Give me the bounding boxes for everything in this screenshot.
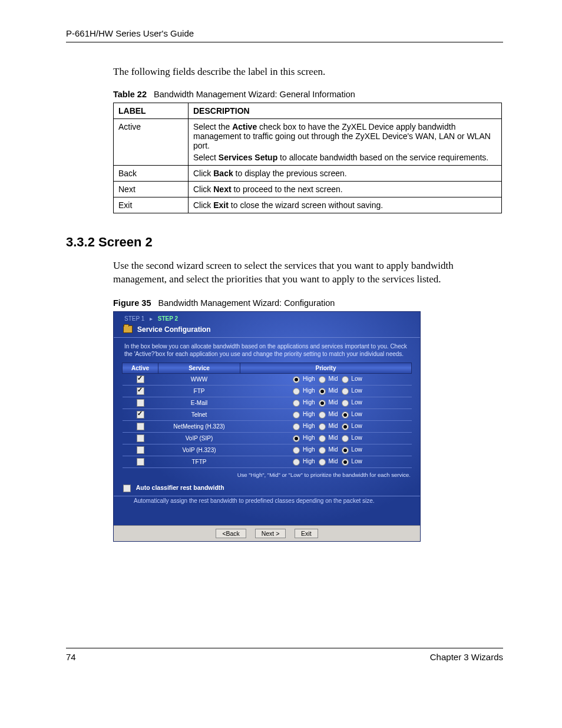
th-description: DESCRIPTION	[189, 103, 502, 119]
cell-priority: High Mid Low	[240, 432, 412, 444]
cell-service: WWW	[158, 373, 240, 385]
cell-service: Telnet	[158, 409, 240, 420]
priority-radio-mid[interactable]	[319, 400, 326, 407]
auto-classifier-desc: Automatically assign the rest bandwidth …	[114, 496, 420, 525]
cell-label: Exit	[114, 197, 189, 213]
active-checkbox[interactable]	[137, 387, 144, 395]
chapter-label: Chapter 3 Wizards	[430, 652, 503, 662]
cell-label: Active	[114, 119, 189, 166]
cell-description: Click Back to display the previous scree…	[189, 166, 502, 182]
priority-label-low: Low	[350, 387, 362, 394]
priority-label-high: High	[301, 423, 315, 429]
priority-radio-high[interactable]	[293, 447, 300, 454]
priority-radio-high[interactable]	[293, 423, 300, 430]
priority-radio-low[interactable]	[342, 447, 349, 454]
priority-label-mid: Mid	[327, 434, 338, 441]
service-row: VoIP (H.323) High Mid Low	[123, 444, 412, 456]
priority-radio-high[interactable]	[293, 376, 300, 383]
page-number: 74	[66, 652, 76, 662]
cell-description: Click Next to proceed to the next screen…	[189, 182, 502, 197]
priority-label-high: High	[301, 399, 315, 406]
active-checkbox[interactable]	[137, 423, 144, 430]
service-row: FTP High Mid Low	[123, 385, 412, 397]
cell-priority: High Mid Low	[240, 444, 412, 456]
cell-service: VoIP (SIP)	[158, 432, 240, 444]
cell-active	[123, 409, 158, 420]
section-paragraph: Use the second wizard screen to select t…	[113, 259, 503, 286]
priority-label-mid: Mid	[327, 423, 338, 429]
th-label: LABEL	[114, 103, 189, 119]
service-row: TFTP High Mid Low	[123, 456, 412, 467]
cell-priority: High Mid Low	[240, 373, 412, 385]
table-row: ActiveSelect the Active check box to hav…	[114, 119, 502, 166]
service-table: Active Service Priority WWW High Mid Low…	[122, 363, 412, 468]
wizard-screenshot: STEP 1 ▸ STEP 2 Service Configuration In…	[113, 311, 421, 542]
wizard-title-bar: Service Configuration	[114, 323, 420, 338]
priority-radio-mid[interactable]	[319, 435, 326, 442]
priority-radio-mid[interactable]	[319, 411, 326, 419]
step-2-tab: STEP 2	[158, 315, 178, 322]
priority-radio-mid[interactable]	[319, 388, 326, 395]
auto-classifier-checkbox[interactable]	[123, 485, 131, 492]
priority-label-low: Low	[350, 423, 362, 429]
chevron-right-icon: ▸	[150, 315, 153, 322]
active-checkbox[interactable]	[137, 399, 144, 407]
priority-label-mid: Mid	[327, 399, 338, 406]
priority-label-high: High	[301, 411, 315, 417]
active-checkbox[interactable]	[137, 458, 144, 466]
cell-active	[123, 444, 158, 456]
priority-label-mid: Mid	[327, 375, 338, 382]
priority-label-high: High	[301, 387, 315, 394]
cell-service: E-Mail	[158, 397, 240, 409]
next-button[interactable]: Next >	[255, 529, 286, 538]
wizard-button-bar: <Back Next > Exit	[114, 525, 420, 541]
priority-radio-high[interactable]	[293, 388, 300, 395]
active-checkbox[interactable]	[137, 434, 144, 442]
priority-radio-low[interactable]	[342, 459, 349, 466]
priority-radio-low[interactable]	[342, 388, 349, 395]
priority-radio-high[interactable]	[293, 459, 300, 466]
active-checkbox[interactable]	[137, 411, 144, 419]
priority-label-high: High	[301, 434, 315, 441]
exit-button[interactable]: Exit	[295, 529, 318, 538]
priority-label-mid: Mid	[327, 446, 338, 453]
cell-active	[123, 420, 158, 432]
th-priority: Priority	[240, 363, 412, 373]
cell-description: Click Exit to close the wizard screen wi…	[189, 197, 502, 213]
priority-radio-low[interactable]	[342, 423, 349, 430]
priority-radio-high[interactable]	[293, 400, 300, 407]
wizard-title: Service Configuration	[137, 325, 211, 334]
cell-service: TFTP	[158, 456, 240, 467]
priority-radio-high[interactable]	[293, 435, 300, 442]
active-checkbox[interactable]	[137, 446, 144, 454]
table-caption-bold: Table 22	[113, 90, 147, 99]
service-row: WWW High Mid Low	[123, 373, 412, 385]
priority-radio-high[interactable]	[293, 411, 300, 419]
priority-label-mid: Mid	[327, 411, 338, 417]
priority-radio-low[interactable]	[342, 400, 349, 407]
priority-radio-mid[interactable]	[319, 376, 326, 383]
auto-classifier-label: Auto classifier rest bandwidth	[136, 484, 224, 491]
priority-radio-mid[interactable]	[319, 447, 326, 454]
th-service: Service	[158, 363, 240, 373]
back-button[interactable]: <Back	[216, 529, 246, 538]
page-footer: 74 Chapter 3 Wizards	[66, 648, 503, 662]
priority-radio-low[interactable]	[342, 411, 349, 419]
priority-radio-mid[interactable]	[319, 423, 326, 430]
priority-radio-low[interactable]	[342, 435, 349, 442]
table-row: NextClick Next to proceed to the next sc…	[114, 182, 502, 197]
active-checkbox[interactable]	[137, 375, 144, 383]
step-tabs: STEP 1 ▸ STEP 2	[114, 312, 420, 323]
cell-service: FTP	[158, 385, 240, 397]
figure-caption: Figure 35 Bandwidth Management Wizard: C…	[113, 298, 503, 308]
service-row: Telnet High Mid Low	[123, 409, 412, 420]
folder-icon	[123, 325, 133, 333]
priority-label-low: Low	[350, 458, 362, 465]
priority-label-low: Low	[350, 375, 362, 382]
priority-label-low: Low	[350, 399, 362, 406]
table-caption-rest: Bandwidth Management Wizard: General Inf…	[154, 90, 355, 99]
priority-radio-mid[interactable]	[319, 459, 326, 466]
label-description-table: LABEL DESCRIPTION ActiveSelect the Activ…	[113, 103, 502, 213]
priority-label-mid: Mid	[327, 387, 338, 394]
priority-radio-low[interactable]	[342, 376, 349, 383]
